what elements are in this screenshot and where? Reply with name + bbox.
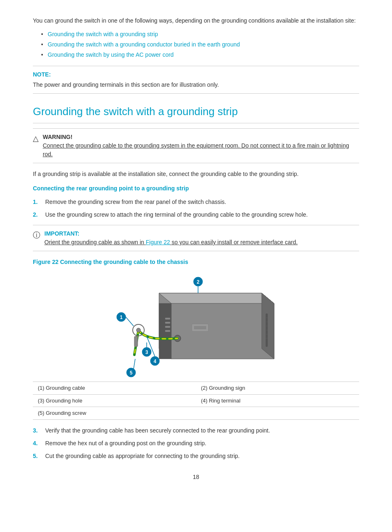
callout-table: (1) Grounding cable (2) Grounding sign (… bbox=[33, 382, 359, 420]
step-num-1: 1. bbox=[33, 198, 40, 206]
svg-text:4: 4 bbox=[154, 359, 157, 364]
steps-list-2: 3. Verify that the grounding cable has b… bbox=[33, 426, 359, 460]
body-text-1: If a grounding strip is available at the… bbox=[33, 170, 359, 178]
step-text-5: Cut the grounding cable as appropriate f… bbox=[45, 452, 240, 460]
callout-right-2: (4) Ring terminal bbox=[196, 394, 359, 407]
svg-rect-22 bbox=[134, 336, 138, 347]
link-ac-power-cord[interactable]: Grounding the switch by using the AC pow… bbox=[48, 51, 174, 58]
svg-text:3: 3 bbox=[145, 349, 148, 355]
svg-rect-7 bbox=[165, 330, 170, 332]
link-grounding-conductor[interactable]: Grounding the switch with a grounding co… bbox=[48, 41, 240, 48]
warning-box: △ WARNING! Connect the grounding cable t… bbox=[33, 128, 359, 163]
step-text-1: Remove the grounding screw from the rear… bbox=[45, 198, 226, 206]
svg-marker-1 bbox=[159, 293, 274, 303]
step-num-4: 4. bbox=[33, 439, 40, 448]
link-grounding-strip[interactable]: Grounding the switch with a grounding st… bbox=[48, 31, 158, 37]
callout-row-3: (5) Grounding screw bbox=[33, 407, 359, 420]
section-title: Grounding the switch with a grounding st… bbox=[33, 104, 359, 123]
note-text: The power and grounding terminals in thi… bbox=[33, 81, 359, 89]
svg-text:5: 5 bbox=[130, 370, 133, 376]
svg-point-21 bbox=[136, 328, 141, 332]
svg-rect-5 bbox=[165, 322, 170, 324]
step-1: 1. Remove the grounding screw from the r… bbox=[33, 198, 359, 206]
step-5: 5. Cut the grounding cable as appropriat… bbox=[33, 452, 359, 460]
step-text-2: Use the grounding screw to attach the ri… bbox=[45, 210, 308, 219]
important-box: ⓘ IMPORTANT: Orient the grounding cable … bbox=[33, 225, 359, 251]
step-num-5: 5. bbox=[33, 452, 40, 460]
step-3: 3. Verify that the grounding cable has b… bbox=[33, 426, 359, 435]
svg-line-25 bbox=[126, 317, 134, 326]
svg-text:1: 1 bbox=[120, 315, 123, 320]
svg-rect-4 bbox=[165, 318, 170, 319]
figure-caption: Figure 22 Connecting the grounding cable… bbox=[33, 258, 359, 266]
link-list: Grounding the switch with a grounding st… bbox=[33, 30, 359, 59]
svg-rect-16 bbox=[194, 326, 206, 329]
important-link[interactable]: Figure 22 bbox=[146, 239, 170, 245]
steps-list-1: 1. Remove the grounding screw from the r… bbox=[33, 198, 359, 219]
list-item: Grounding the switch by using the AC pow… bbox=[41, 51, 359, 59]
svg-marker-2 bbox=[262, 293, 274, 359]
important-text: Orient the grounding cable as shown in F… bbox=[44, 238, 297, 247]
callout-row-2: (3) Grounding hole (4) Ring terminal bbox=[33, 394, 359, 407]
step-num-3: 3. bbox=[33, 426, 40, 435]
list-item: Grounding the switch with a grounding co… bbox=[41, 40, 359, 49]
step-num-2: 2. bbox=[33, 210, 40, 219]
important-label: IMPORTANT: bbox=[44, 229, 297, 238]
step-2: 2. Use the grounding screw to attach the… bbox=[33, 210, 359, 219]
important-text-before: Orient the grounding cable as shown in bbox=[44, 239, 146, 245]
callout-right-1: (2) Grounding sign bbox=[196, 382, 359, 395]
page: You can ground the switch in one of the … bbox=[0, 0, 392, 532]
intro-text: You can ground the switch in one of the … bbox=[33, 16, 359, 25]
step-text-3: Verify that the grounding cable has been… bbox=[45, 426, 270, 435]
figure-svg: 1 2 3 4 5 bbox=[106, 273, 286, 379]
page-number: 18 bbox=[33, 473, 359, 481]
callout-right-3 bbox=[196, 407, 359, 420]
callout-left-3: (5) Grounding screw bbox=[33, 407, 196, 420]
note-label: NOTE: bbox=[33, 70, 359, 79]
callout-left-2: (3) Grounding hole bbox=[33, 394, 196, 407]
important-text-after: so you can easily install or remove inte… bbox=[172, 239, 298, 245]
svg-text:2: 2 bbox=[197, 279, 200, 285]
warning-icon: △ bbox=[33, 133, 39, 144]
svg-line-37 bbox=[134, 359, 135, 369]
step-text-4: Remove the hex nut of a grounding post o… bbox=[45, 439, 206, 448]
list-item: Grounding the switch with a grounding st… bbox=[41, 30, 359, 39]
subsection-title: Connecting the rear grounding point to a… bbox=[33, 184, 359, 193]
figure-area: 1 2 3 4 5 bbox=[33, 271, 359, 382]
callout-row-1: (1) Grounding cable (2) Grounding sign bbox=[33, 382, 359, 395]
important-icon: ⓘ bbox=[33, 230, 40, 241]
svg-rect-6 bbox=[165, 326, 170, 328]
callout-left-1: (1) Grounding cable bbox=[33, 382, 196, 395]
warning-text: Connect the grounding cable to the groun… bbox=[43, 141, 359, 159]
note-box: NOTE: The power and grounding terminals … bbox=[33, 66, 359, 94]
step-4: 4. Remove the hex nut of a grounding pos… bbox=[33, 439, 359, 448]
warning-label: WARNING! bbox=[43, 133, 359, 141]
